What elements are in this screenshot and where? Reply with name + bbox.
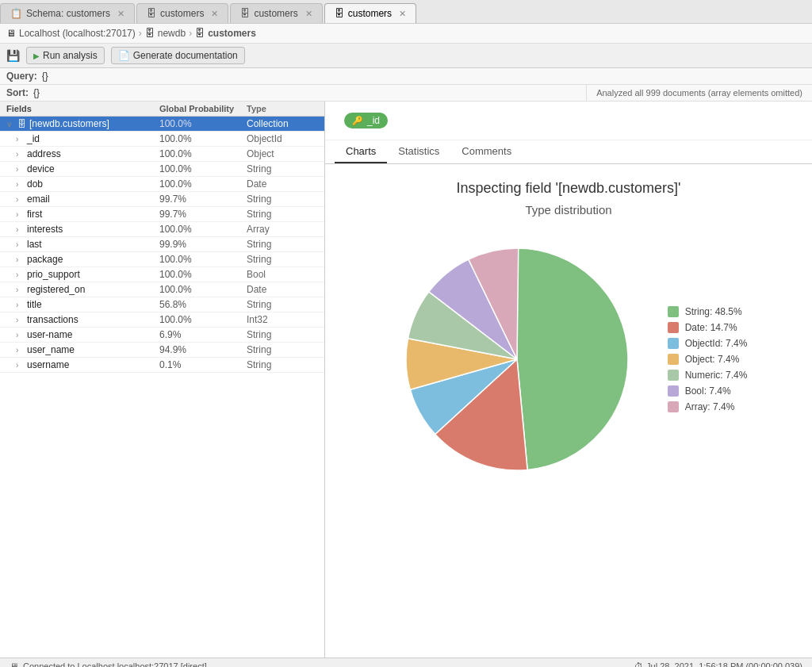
pie-chart xyxy=(390,232,644,486)
field-type: Collection xyxy=(247,118,318,129)
breadcrumb-newdb[interactable]: newdb xyxy=(158,28,186,39)
field-prob: 6.9% xyxy=(159,329,247,340)
tab-schema-customers[interactable]: 📋 Schema: customers ✕ xyxy=(0,3,135,23)
tab-close-2[interactable]: ✕ xyxy=(305,9,312,19)
fields-header: Fields Global Probability Type xyxy=(0,102,324,117)
sort-input[interactable] xyxy=(33,87,580,98)
doc-icon: 📄 xyxy=(118,50,130,61)
tab-comments[interactable]: Comments xyxy=(450,140,523,163)
field-row[interactable]: › user_name 94.9% String xyxy=(0,343,324,358)
field-row[interactable]: › _id 100.0% ObjectId xyxy=(0,132,324,147)
analyzed-text: Analyzed all 999 documents (array elemen… xyxy=(586,85,812,101)
field-prob: 100.0% xyxy=(159,269,247,280)
tab-close-1[interactable]: ✕ xyxy=(211,9,218,19)
field-row[interactable]: › prio_support 100.0% Bool xyxy=(0,267,324,282)
chart-legend: String: 48.5% Date: 14.7% ObjectId: 7.4%… xyxy=(668,306,748,412)
legend-color xyxy=(668,401,679,412)
tab-bar: 📋 Schema: customers ✕ 🗄 customers ✕ 🗄 cu… xyxy=(0,0,812,24)
field-type: String xyxy=(247,299,318,310)
field-name: interests xyxy=(27,224,63,235)
tab-close-0[interactable]: ✕ xyxy=(117,9,124,19)
field-type: Bool xyxy=(247,269,318,280)
breadcrumb-localhost[interactable]: Localhost (localhost:27017) xyxy=(19,28,136,39)
run-analysis-button[interactable]: ▶ Run analysis xyxy=(26,47,105,64)
field-type: String xyxy=(247,254,318,265)
server-icon: 🖥 xyxy=(10,661,18,667)
status-bar: 🖥 Connected to Localhost localhost:27017… xyxy=(0,657,812,667)
field-row[interactable]: › email 99.7% String xyxy=(0,192,324,207)
sort-row: Sort: Analyzed all 999 documents (array … xyxy=(0,85,812,102)
pie-slice xyxy=(517,248,628,470)
legend-item: Object: 7.4% xyxy=(668,354,748,365)
clock-icon: ⏱ xyxy=(634,661,643,667)
breadcrumb-customers[interactable]: customers xyxy=(208,28,256,39)
field-row[interactable]: › last 99.9% String xyxy=(0,237,324,252)
field-prob: 100.0% xyxy=(159,148,247,159)
field-prob: 56.8% xyxy=(159,299,247,310)
field-type: String xyxy=(247,163,318,174)
query-input[interactable] xyxy=(42,71,806,82)
field-prob: 100.0% xyxy=(159,224,247,235)
sort-label: Sort: xyxy=(6,87,29,98)
expand-icon: › xyxy=(16,316,27,324)
fields-list: ∨ 🗄 [newdb.customers] 100.0% Collection … xyxy=(0,117,324,657)
generate-docs-button[interactable]: 📄 Generate documentation xyxy=(111,47,245,64)
legend-label: Object: 7.4% xyxy=(685,354,740,365)
expand-icon: › xyxy=(16,195,27,204)
expand-icon: › xyxy=(16,165,27,174)
field-name: first xyxy=(27,209,42,220)
field-type: String xyxy=(247,329,318,340)
chart-title: Inspecting field '[newdb.customers]' xyxy=(456,180,680,197)
field-prob: 100.0% xyxy=(159,178,247,190)
query-label: Query: xyxy=(6,71,37,82)
legend-color xyxy=(668,338,679,349)
field-name: title xyxy=(27,299,42,310)
field-name: registered_on xyxy=(27,284,85,295)
field-row[interactable]: ∨ 🗄 [newdb.customers] 100.0% Collection xyxy=(0,117,324,132)
tab-close-3[interactable]: ✕ xyxy=(399,9,406,19)
field-tag-icon: 🔑 xyxy=(352,116,363,126)
field-name: package xyxy=(27,254,63,265)
field-row[interactable]: › user-name 6.9% String xyxy=(0,328,324,343)
type-col-header: Type xyxy=(247,104,318,113)
field-type: String xyxy=(247,194,318,205)
field-name: dob xyxy=(27,178,43,190)
legend-item: String: 48.5% xyxy=(668,306,748,317)
field-row[interactable]: › address 100.0% Object xyxy=(0,147,324,162)
field-type: String xyxy=(247,344,318,355)
inner-tabs: Charts Statistics Comments xyxy=(325,140,812,164)
field-row[interactable]: › title 56.8% String xyxy=(0,297,324,312)
field-row[interactable]: › package 100.0% String xyxy=(0,252,324,267)
legend-item: Date: 14.7% xyxy=(668,322,748,333)
expand-icon: › xyxy=(16,135,27,144)
field-row[interactable]: › first 99.7% String xyxy=(0,207,324,222)
breadcrumb-db-icon: 🗄 xyxy=(145,28,155,39)
right-panel: 🔑 _id Charts Statistics Comments Inspect… xyxy=(325,102,812,657)
legend-item: Bool: 7.4% xyxy=(668,385,748,397)
field-prob: 100.0% xyxy=(159,133,247,144)
tab-charts[interactable]: Charts xyxy=(335,140,387,163)
field-row[interactable]: › transactions 100.0% Int32 xyxy=(0,312,324,328)
legend-color xyxy=(668,354,679,365)
field-row[interactable]: › registered_on 100.0% Date xyxy=(0,282,324,297)
field-prob: 100.0% xyxy=(159,314,247,325)
legend-color xyxy=(668,385,679,397)
expand-icon: › xyxy=(16,361,27,370)
field-row[interactable]: › device 100.0% String xyxy=(0,162,324,177)
legend-item: Array: 7.4% xyxy=(668,401,748,412)
field-prob: 99.9% xyxy=(159,239,247,250)
legend-label: String: 48.5% xyxy=(685,306,742,317)
field-row[interactable]: › username 0.1% String xyxy=(0,358,324,373)
legend-item: ObjectId: 7.4% xyxy=(668,338,748,349)
legend-label: Numeric: 7.4% xyxy=(685,370,748,381)
field-row[interactable]: › interests 100.0% Array xyxy=(0,222,324,237)
tab-statistics[interactable]: Statistics xyxy=(387,140,450,163)
legend-color xyxy=(668,306,679,317)
connection-status: Connected to Localhost localhost:27017 [… xyxy=(23,661,207,667)
tab-customers-1[interactable]: 🗄 customers ✕ xyxy=(136,3,228,23)
field-type: ObjectId xyxy=(247,133,318,144)
field-row[interactable]: › dob 100.0% Date xyxy=(0,177,324,192)
tab-customers-3[interactable]: 🗄 customers ✕ xyxy=(324,3,416,23)
tab-customers-2[interactable]: 🗄 customers ✕ xyxy=(230,3,322,23)
field-name: prio_support xyxy=(27,269,80,280)
